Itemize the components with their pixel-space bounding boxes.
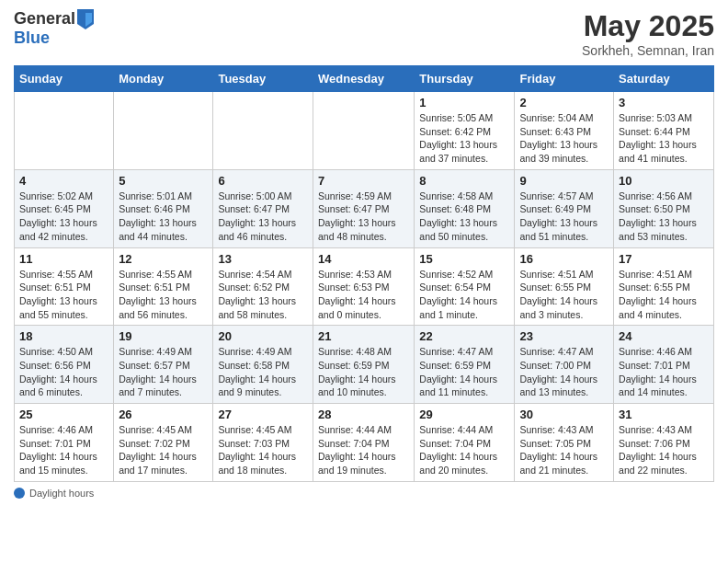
- calendar-cell: 12Sunrise: 4:55 AM Sunset: 6:51 PM Dayli…: [114, 247, 213, 326]
- footer-label: Daylight hours: [29, 488, 94, 499]
- day-number: 16: [519, 252, 609, 266]
- day-info: Sunrise: 4:45 AM Sunset: 7:03 PM Dayligh…: [218, 423, 308, 477]
- weekday-header-cell: Saturday: [614, 66, 714, 92]
- calendar-week-row: 25Sunrise: 4:46 AM Sunset: 7:01 PM Dayli…: [15, 404, 714, 482]
- calendar-cell: 27Sunrise: 4:45 AM Sunset: 7:03 PM Dayli…: [213, 404, 313, 482]
- day-info: Sunrise: 5:02 AM Sunset: 6:45 PM Dayligh…: [19, 190, 108, 244]
- day-number: 20: [218, 329, 308, 343]
- weekday-header-cell: Wednesday: [313, 66, 414, 92]
- day-info: Sunrise: 4:58 AM Sunset: 6:48 PM Dayligh…: [419, 190, 509, 244]
- calendar-cell: 14Sunrise: 4:53 AM Sunset: 6:53 PM Dayli…: [313, 247, 414, 326]
- header: General Blue May 2025 Sorkheh, Semnan, I…: [14, 9, 714, 58]
- calendar-cell: 29Sunrise: 4:44 AM Sunset: 7:04 PM Dayli…: [415, 404, 515, 482]
- day-info: Sunrise: 4:56 AM Sunset: 6:50 PM Dayligh…: [619, 190, 709, 244]
- calendar-cell: 28Sunrise: 4:44 AM Sunset: 7:04 PM Dayli…: [313, 404, 414, 482]
- day-number: 29: [419, 408, 509, 421]
- day-info: Sunrise: 4:47 AM Sunset: 7:00 PM Dayligh…: [519, 345, 609, 399]
- logo-blue: Blue: [14, 29, 50, 47]
- day-info: Sunrise: 4:55 AM Sunset: 6:51 PM Dayligh…: [119, 268, 208, 322]
- calendar-cell: 13Sunrise: 4:54 AM Sunset: 6:52 PM Dayli…: [213, 247, 313, 326]
- day-number: 21: [318, 329, 409, 343]
- day-number: 27: [218, 408, 308, 421]
- day-info: Sunrise: 4:55 AM Sunset: 6:51 PM Dayligh…: [19, 268, 108, 322]
- calendar-cell: 3Sunrise: 5:03 AM Sunset: 6:44 PM Daylig…: [614, 92, 714, 170]
- calendar-cell: [15, 92, 114, 170]
- day-info: Sunrise: 4:43 AM Sunset: 7:06 PM Dayligh…: [619, 423, 709, 477]
- calendar-cell: 31Sunrise: 4:43 AM Sunset: 7:06 PM Dayli…: [614, 404, 714, 482]
- day-info: Sunrise: 4:48 AM Sunset: 6:59 PM Dayligh…: [318, 345, 409, 399]
- location-subtitle: Sorkheh, Semnan, Iran: [582, 43, 714, 58]
- day-info: Sunrise: 4:46 AM Sunset: 7:01 PM Dayligh…: [19, 423, 108, 477]
- calendar-cell: 2Sunrise: 5:04 AM Sunset: 6:43 PM Daylig…: [515, 92, 614, 170]
- main-container: General Blue May 2025 Sorkheh, Semnan, I…: [0, 0, 728, 508]
- calendar-cell: 10Sunrise: 4:56 AM Sunset: 6:50 PM Dayli…: [614, 169, 714, 247]
- day-number: 12: [119, 252, 208, 266]
- day-number: 24: [619, 329, 709, 343]
- day-number: 8: [419, 174, 509, 188]
- day-info: Sunrise: 4:57 AM Sunset: 6:49 PM Dayligh…: [519, 190, 609, 244]
- calendar-cell: 6Sunrise: 5:00 AM Sunset: 6:47 PM Daylig…: [213, 169, 313, 247]
- calendar-cell: 20Sunrise: 4:49 AM Sunset: 6:58 PM Dayli…: [213, 326, 313, 404]
- calendar-cell: 16Sunrise: 4:51 AM Sunset: 6:55 PM Dayli…: [515, 247, 614, 326]
- calendar-week-row: 11Sunrise: 4:55 AM Sunset: 6:51 PM Dayli…: [15, 247, 714, 326]
- day-info: Sunrise: 5:04 AM Sunset: 6:43 PM Dayligh…: [519, 111, 609, 166]
- day-number: 2: [519, 96, 609, 109]
- footer: Daylight hours: [14, 488, 714, 499]
- calendar-cell: 8Sunrise: 4:58 AM Sunset: 6:48 PM Daylig…: [415, 169, 515, 247]
- calendar-cell: 11Sunrise: 4:55 AM Sunset: 6:51 PM Dayli…: [15, 247, 114, 326]
- month-title: May 2025: [582, 9, 714, 43]
- day-info: Sunrise: 4:49 AM Sunset: 6:57 PM Dayligh…: [119, 345, 208, 399]
- day-number: 11: [19, 252, 108, 266]
- weekday-header-row: SundayMondayTuesdayWednesdayThursdayFrid…: [15, 66, 714, 92]
- day-info: Sunrise: 4:44 AM Sunset: 7:04 PM Dayligh…: [318, 423, 409, 477]
- day-number: 26: [119, 408, 208, 421]
- day-number: 31: [619, 408, 709, 421]
- calendar-cell: [114, 92, 213, 170]
- day-number: 15: [419, 252, 509, 266]
- weekday-header-cell: Thursday: [415, 66, 515, 92]
- title-block: May 2025 Sorkheh, Semnan, Iran: [582, 9, 714, 58]
- calendar-cell: 30Sunrise: 4:43 AM Sunset: 7:05 PM Dayli…: [515, 404, 614, 482]
- day-number: 3: [619, 96, 709, 109]
- calendar-cell: 17Sunrise: 4:51 AM Sunset: 6:55 PM Dayli…: [614, 247, 714, 326]
- day-info: Sunrise: 4:43 AM Sunset: 7:05 PM Dayligh…: [519, 423, 609, 477]
- day-number: 17: [619, 252, 709, 266]
- day-number: 22: [419, 329, 509, 343]
- day-info: Sunrise: 5:01 AM Sunset: 6:46 PM Dayligh…: [119, 190, 208, 244]
- day-info: Sunrise: 4:45 AM Sunset: 7:02 PM Dayligh…: [119, 423, 208, 477]
- day-info: Sunrise: 4:51 AM Sunset: 6:55 PM Dayligh…: [619, 268, 709, 322]
- day-number: 9: [519, 174, 609, 188]
- calendar-cell: 18Sunrise: 4:50 AM Sunset: 6:56 PM Dayli…: [15, 326, 114, 404]
- day-info: Sunrise: 4:59 AM Sunset: 6:47 PM Dayligh…: [318, 190, 409, 244]
- calendar-cell: 25Sunrise: 4:46 AM Sunset: 7:01 PM Dayli…: [15, 404, 114, 482]
- day-info: Sunrise: 4:46 AM Sunset: 7:01 PM Dayligh…: [619, 345, 709, 399]
- calendar-cell: 22Sunrise: 4:47 AM Sunset: 6:59 PM Dayli…: [415, 326, 515, 404]
- day-number: 25: [19, 408, 108, 421]
- day-number: 23: [519, 329, 609, 343]
- day-info: Sunrise: 4:52 AM Sunset: 6:54 PM Dayligh…: [419, 268, 509, 322]
- calendar-cell: 24Sunrise: 4:46 AM Sunset: 7:01 PM Dayli…: [614, 326, 714, 404]
- day-info: Sunrise: 5:05 AM Sunset: 6:42 PM Dayligh…: [419, 111, 509, 166]
- day-info: Sunrise: 4:44 AM Sunset: 7:04 PM Dayligh…: [419, 423, 509, 477]
- calendar-table: SundayMondayTuesdayWednesdayThursdayFrid…: [14, 65, 714, 482]
- day-info: Sunrise: 4:53 AM Sunset: 6:53 PM Dayligh…: [318, 268, 409, 322]
- calendar-cell: 23Sunrise: 4:47 AM Sunset: 7:00 PM Dayli…: [515, 326, 614, 404]
- day-info: Sunrise: 5:03 AM Sunset: 6:44 PM Dayligh…: [619, 111, 709, 166]
- day-info: Sunrise: 4:51 AM Sunset: 6:55 PM Dayligh…: [519, 268, 609, 322]
- day-number: 18: [19, 329, 108, 343]
- calendar-cell: 19Sunrise: 4:49 AM Sunset: 6:57 PM Dayli…: [114, 326, 213, 404]
- day-info: Sunrise: 4:49 AM Sunset: 6:58 PM Dayligh…: [218, 345, 308, 399]
- calendar-week-row: 4Sunrise: 5:02 AM Sunset: 6:45 PM Daylig…: [15, 169, 714, 247]
- day-number: 14: [318, 252, 409, 266]
- logo-icon: [77, 9, 94, 29]
- calendar-body: 1Sunrise: 5:05 AM Sunset: 6:42 PM Daylig…: [15, 92, 714, 482]
- day-number: 30: [519, 408, 609, 421]
- day-info: Sunrise: 4:47 AM Sunset: 6:59 PM Dayligh…: [419, 345, 509, 399]
- day-number: 7: [318, 174, 409, 188]
- calendar-week-row: 18Sunrise: 4:50 AM Sunset: 6:56 PM Dayli…: [15, 326, 714, 404]
- day-number: 4: [19, 174, 108, 188]
- weekday-header-cell: Monday: [114, 66, 213, 92]
- calendar-cell: 21Sunrise: 4:48 AM Sunset: 6:59 PM Dayli…: [313, 326, 414, 404]
- day-info: Sunrise: 4:50 AM Sunset: 6:56 PM Dayligh…: [19, 345, 108, 399]
- calendar-cell: 5Sunrise: 5:01 AM Sunset: 6:46 PM Daylig…: [114, 169, 213, 247]
